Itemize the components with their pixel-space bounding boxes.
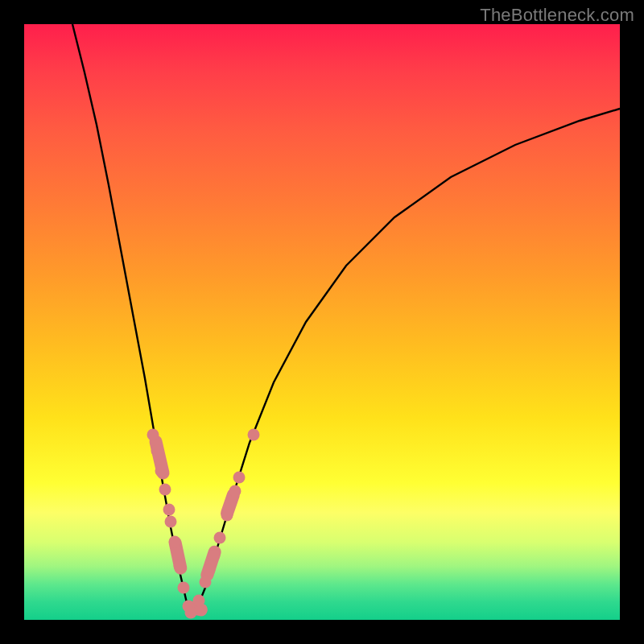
curve-layer [24, 24, 620, 620]
marker-dot [204, 564, 216, 576]
marker-dot [165, 516, 177, 528]
marker-dot [163, 504, 175, 516]
marker-dot [151, 445, 163, 457]
marker-dot [200, 576, 212, 588]
marker-dot [155, 465, 167, 477]
bottleneck-curve [72, 24, 620, 613]
marker-dot [229, 485, 242, 497]
marker-dot [233, 472, 246, 484]
marker-dot [178, 582, 190, 594]
marker-dot [221, 510, 233, 522]
marker-dot [169, 536, 181, 548]
marker-dot [159, 484, 171, 496]
marker-pills-group [148, 434, 242, 617]
marker-dot [193, 595, 205, 607]
marker-dot [147, 429, 159, 441]
marker-dot [174, 560, 186, 572]
marker-dot [248, 429, 260, 441]
marker-dot [214, 532, 226, 544]
marker-dot [208, 550, 221, 562]
marker-dot [185, 607, 197, 619]
plot-frame [24, 24, 620, 620]
watermark-text: TheBottleneck.com [480, 5, 634, 26]
